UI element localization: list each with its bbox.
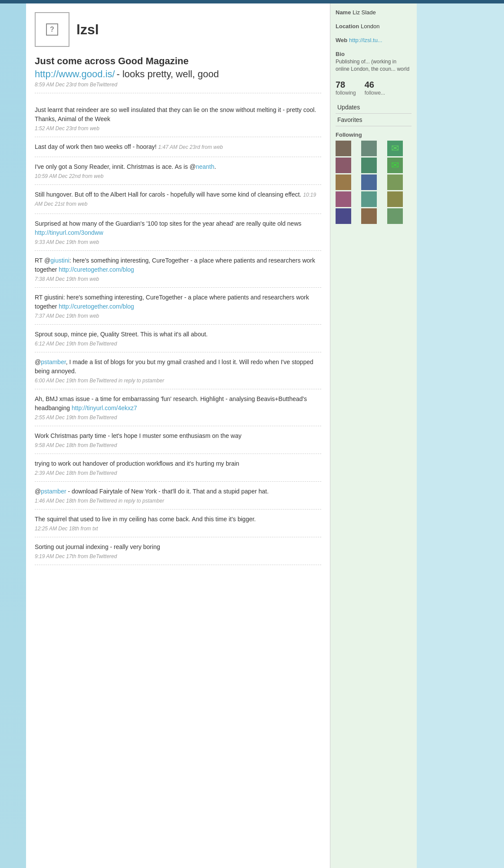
- tweet-3-link[interactable]: neanth: [196, 163, 214, 170]
- following-avatar-13[interactable]: [336, 208, 351, 224]
- tweet-meta-11: 9:58 AM Dec 18th from BeTwittered: [35, 442, 321, 448]
- tweet-8: Sprout soup, mince pie, Quality Street. …: [35, 325, 321, 352]
- main-content: ? lzsl Just come across Good Magazine ht…: [26, 3, 330, 868]
- tweet-text-4: Still hungover. But off to the Albert Ha…: [35, 190, 321, 208]
- sidebar-bio-section: Bio Publishing of... (working in online …: [336, 50, 412, 73]
- username: lzsl: [76, 22, 99, 38]
- followers-stat[interactable]: 46 followe...: [365, 80, 385, 96]
- tweet-text-9: @pstamber, I made a list of blogs for yo…: [35, 358, 321, 376]
- tweet-10: Ah, BMJ xmas issue - a time for embarras…: [35, 389, 321, 426]
- sidebar-following-section: Following ✉ ✉: [336, 132, 412, 224]
- tweet-meta-1: 1:52 AM Dec 23rd from web: [35, 125, 321, 132]
- sidebar-nav: Updates Favorites: [336, 101, 412, 126]
- featured-tweet-meta: 8:59 AM Dec 23rd from BeTwittered: [35, 82, 321, 88]
- tweet-text-13: @pstamber - download Fairytale of New Yo…: [35, 487, 321, 496]
- tweet-meta-12: 2:39 AM Dec 18th from BeTwittered: [35, 470, 321, 476]
- avatar-placeholder: ?: [46, 23, 58, 36]
- following-section-label: Following: [336, 132, 412, 138]
- tweet-meta-9: 6:00 AM Dec 19th from BeTwittered in rep…: [35, 378, 321, 384]
- sidebar-name-section: Name Liz Slade: [336, 9, 412, 16]
- sidebar-nav-updates[interactable]: Updates: [336, 101, 412, 114]
- sidebar-nav-favorites[interactable]: Favorites: [336, 114, 412, 126]
- sidebar-web-section: Web http://lzsl.tu...: [336, 36, 412, 43]
- tweet-meta-5: 9:33 AM Dec 19th from web: [35, 239, 321, 245]
- tweet-13-user-link[interactable]: pstamber: [41, 488, 66, 495]
- tweet-text-2: Last day of work then two weeks off - ho…: [35, 142, 321, 151]
- tweet-7-url-link[interactable]: http://curetogether.com/blog: [59, 303, 134, 310]
- stats-row: 78 following 46 followe...: [336, 80, 412, 96]
- tweet-text-2-main: Last day of work then two weeks off - ho…: [35, 143, 157, 150]
- tweet-6: RT @giustini: here's something interesti…: [35, 251, 321, 288]
- tweet-11: Work Christmas party time - let's hope I…: [35, 426, 321, 454]
- tweet-text-8: Sprout soup, mince pie, Quality Street. …: [35, 330, 321, 339]
- tweet-7: RT giustini: here's something interestin…: [35, 288, 321, 325]
- tweet-12: trying to work out handover of productio…: [35, 454, 321, 482]
- tweet-text-15: Sorting out journal indexing - really ve…: [35, 542, 321, 552]
- following-avatar-9[interactable]: [387, 174, 403, 190]
- following-avatar-4[interactable]: [336, 158, 351, 173]
- following-avatar-2[interactable]: [361, 141, 377, 156]
- following-avatar-15[interactable]: [387, 208, 403, 224]
- tweet-14: The squirrel that used to live in my cei…: [35, 510, 321, 537]
- tweet-9-user-link[interactable]: pstamber: [41, 358, 66, 365]
- following-avatar-3[interactable]: ✉: [387, 141, 403, 156]
- following-grid: ✉ ✉: [336, 141, 412, 224]
- tweet-9: @pstamber, I made a list of blogs for yo…: [35, 352, 321, 389]
- sidebar-location-label: Location: [336, 23, 359, 30]
- tweets-area: Just come across Good Magazine http://ww…: [35, 56, 321, 565]
- tweet-text-10: Ah, BMJ xmas issue - a time for embarras…: [35, 395, 321, 413]
- sidebar-web-label: Web: [336, 37, 347, 43]
- following-avatar-8[interactable]: [361, 174, 377, 190]
- sidebar-web-url[interactable]: http://lzsl.tu...: [349, 37, 382, 43]
- tweet-meta-15: 9:19 AM Dec 17th from BeTwittered: [35, 553, 321, 559]
- tweet-meta-4-inline: 10:19 AM Dec 21st from web: [35, 192, 316, 207]
- sidebar-bio-label: Bio: [336, 51, 345, 57]
- tweet-text-3: I've only got a Sony Reader, innit. Chri…: [35, 162, 321, 171]
- tweet-15: Sorting out journal indexing - really ve…: [35, 537, 321, 565]
- profile-header: ? lzsl: [35, 12, 321, 47]
- following-avatar-6[interactable]: ✉: [387, 158, 403, 173]
- following-avatar-12[interactable]: [387, 191, 403, 207]
- following-avatar-11[interactable]: [361, 191, 377, 207]
- featured-tweet-url[interactable]: http://www.good.is/: [35, 69, 115, 79]
- following-count: 78: [336, 80, 356, 90]
- tweet-meta-7: 7:37 AM Dec 19th from web: [35, 313, 321, 319]
- tweet-meta-13: 1:46 AM Dec 18th from BeTwittered in rep…: [35, 498, 321, 504]
- featured-tweet-url-suffix: - looks pretty, well, good: [117, 69, 219, 79]
- following-label: following: [336, 90, 356, 96]
- sidebar-location-section: Location London: [336, 23, 412, 30]
- following-avatar-5[interactable]: [361, 158, 377, 173]
- featured-tweet: Just come across Good Magazine http://ww…: [35, 56, 321, 93]
- tweet-text-1: Just learnt that reindeer are so well in…: [35, 105, 321, 124]
- sidebar-location-value: London: [361, 23, 379, 30]
- tweet-text-6: RT @giustini: here's something interesti…: [35, 256, 321, 274]
- tweet-meta-6: 7:38 AM Dec 19th from web: [35, 276, 321, 282]
- tweet-text-14: The squirrel that used to live in my cei…: [35, 515, 321, 524]
- tweet-13: @pstamber - download Fairytale of New Yo…: [35, 482, 321, 510]
- tweet-1: Just learnt that reindeer are so well in…: [35, 100, 321, 137]
- tweet-3: I've only got a Sony Reader, innit. Chri…: [35, 157, 321, 185]
- tweet-5-link[interactable]: http://tinyurl.com/3ondww: [35, 229, 103, 236]
- followers-label: followe...: [365, 90, 385, 96]
- following-avatar-7[interactable]: [336, 174, 351, 190]
- following-stat[interactable]: 78 following: [336, 80, 356, 96]
- tweet-meta-14: 12:25 AM Dec 18th from txt: [35, 526, 321, 532]
- followers-count: 46: [365, 80, 385, 90]
- following-avatar-10[interactable]: [336, 191, 351, 207]
- tweet-2: Last day of work then two weeks off - ho…: [35, 137, 321, 157]
- tweet-text-11: Work Christmas party time - let's hope I…: [35, 431, 321, 441]
- tweet-text-7: RT giustini: here's something interestin…: [35, 293, 321, 311]
- sidebar-name-label: Name: [336, 9, 351, 16]
- following-avatar-1[interactable]: [336, 141, 351, 156]
- avatar-box: ?: [35, 12, 69, 47]
- tweet-6-user-link[interactable]: giustini: [50, 257, 69, 264]
- sidebar-name-value: Liz Slade: [352, 9, 376, 16]
- tweet-meta-8: 6:12 AM Dec 19th from BeTwittered: [35, 341, 321, 347]
- tweet-5: Surprised at how many of the Guardian's …: [35, 214, 321, 251]
- tweet-10-url-link[interactable]: http://tinyurl.com/4ekxz7: [72, 404, 137, 411]
- tweet-meta-2-inline: 1:47 AM Dec 23rd from web: [158, 144, 223, 150]
- top-bar: [0, 0, 504, 3]
- tweet-6-url-link[interactable]: http://curetogether.com/blog: [59, 266, 134, 273]
- following-avatar-14[interactable]: [361, 208, 377, 224]
- featured-tweet-title: Just come across Good Magazine: [35, 56, 321, 67]
